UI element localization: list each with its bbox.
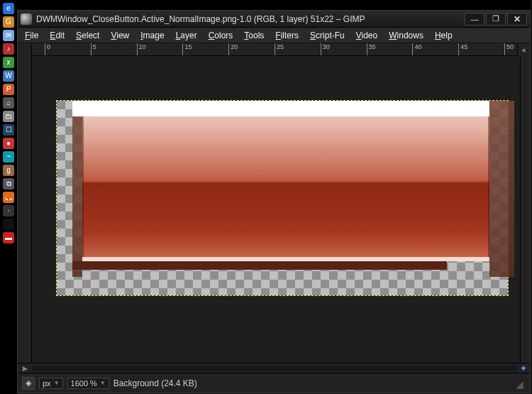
menu-video[interactable]: Video xyxy=(350,29,383,42)
os-app-icon[interactable]: 🗀 xyxy=(3,111,14,122)
ruler-tick: 30 xyxy=(321,43,330,55)
os-app-icon[interactable]: e xyxy=(3,3,14,14)
ruler-tick: 5 xyxy=(91,43,96,55)
os-app-icon[interactable]: P xyxy=(3,84,14,95)
workarea xyxy=(18,56,530,363)
os-app-icon[interactable]: x xyxy=(3,57,14,68)
os-app-icon[interactable]: G xyxy=(3,16,14,28)
horizontal-scrollbar[interactable]: ▶ ✦ xyxy=(18,363,530,373)
ruler-row: 05101520253035404550 « xyxy=(18,43,530,56)
zoom-label: 1600 % xyxy=(71,379,97,388)
canvas-boundary xyxy=(56,100,509,296)
ruler-tick: 45 xyxy=(458,43,467,55)
menu-select[interactable]: Select xyxy=(70,29,105,42)
horizontal-ruler[interactable]: 05101520253035404550 xyxy=(32,43,517,55)
menu-edit[interactable]: Edit xyxy=(44,29,70,42)
os-app-icon[interactable] xyxy=(3,219,14,230)
scroll-arrow-icon[interactable]: ▶ xyxy=(18,363,32,373)
menu-help[interactable]: Help xyxy=(429,29,458,42)
minimize-button[interactable]: — xyxy=(465,13,484,26)
ruler-tick: 15 xyxy=(182,43,192,55)
menu-layer[interactable]: Layer xyxy=(170,29,203,42)
os-app-icon[interactable]: W xyxy=(3,70,14,82)
gimp-window: DWMWindow_CloseButton.Active_NormalImage… xyxy=(17,10,531,393)
resize-grip-icon[interactable]: ◢ xyxy=(516,378,526,388)
close-button[interactable]: ✕ xyxy=(507,13,527,26)
ruler-tick: 20 xyxy=(228,43,238,55)
menu-file[interactable]: File xyxy=(19,29,44,42)
ruler-nav-toggle[interactable]: « xyxy=(517,43,530,56)
window-title: DWMWindow_CloseButton.Active_NormalImage… xyxy=(36,14,463,24)
ruler-tick: 50 xyxy=(504,43,514,55)
unit-combo[interactable]: px ▼ xyxy=(39,378,63,389)
os-app-icon[interactable]: ▬ xyxy=(3,232,14,243)
menu-colors[interactable]: Colors xyxy=(203,29,239,42)
chevron-down-icon: ▼ xyxy=(54,380,60,386)
image-content xyxy=(72,101,489,277)
menu-image[interactable]: Image xyxy=(135,29,170,42)
unit-label: px xyxy=(43,379,51,388)
titlebar[interactable]: DWMWindow_CloseButton.Active_NormalImage… xyxy=(18,11,530,28)
quickmask-toggle-icon[interactable]: ◈ xyxy=(22,377,35,390)
gimp-app-icon xyxy=(21,13,32,25)
os-app-icon[interactable]: ⌂ xyxy=(3,97,14,109)
vertical-scrollbar[interactable] xyxy=(520,56,530,363)
statusbar: ◈ px ▼ 1600 % ▼ Background (24.4 KB) ◢ xyxy=(18,373,530,393)
os-app-icon[interactable]: 🦊 xyxy=(3,192,14,203)
ruler-tick: 10 xyxy=(137,43,146,55)
menu-filters[interactable]: Filters xyxy=(270,29,304,42)
os-app-icon[interactable]: ☐ xyxy=(3,124,14,136)
menu-tools[interactable]: Tools xyxy=(238,29,270,42)
ruler-tick: 40 xyxy=(412,43,421,55)
canvas-viewport[interactable] xyxy=(32,56,520,363)
background-toolbar xyxy=(17,0,531,10)
os-taskbar: eG✉♪xWP⌂🗀☐●~g⧉🦊∙ ▬ xyxy=(0,0,17,394)
os-app-icon[interactable]: ~ xyxy=(3,151,14,163)
menu-windows[interactable]: Windows xyxy=(383,29,429,42)
vertical-ruler[interactable] xyxy=(18,56,32,363)
navigation-icon[interactable]: ✦ xyxy=(517,363,530,373)
os-app-icon[interactable]: ● xyxy=(3,138,14,149)
ruler-tick: 35 xyxy=(367,43,376,55)
menu-view[interactable]: View xyxy=(105,29,135,42)
chevron-down-icon: ▼ xyxy=(100,380,106,386)
active-layer-label: Background (24.4 KB) xyxy=(113,378,511,388)
menubar: FileEditSelectViewImageLayerColorsToolsF… xyxy=(18,28,530,43)
os-app-icon[interactable]: g xyxy=(3,165,14,176)
os-app-icon[interactable]: ♪ xyxy=(3,43,14,55)
scroll-track[interactable] xyxy=(32,366,517,371)
ruler-tick: 25 xyxy=(275,43,284,55)
maximize-button[interactable]: ❐ xyxy=(486,13,506,26)
zoom-combo[interactable]: 1600 % ▼ xyxy=(67,378,109,389)
menu-script-fu[interactable]: Script-Fu xyxy=(304,29,350,42)
ruler-corner xyxy=(18,43,32,56)
os-app-icon[interactable]: ✉ xyxy=(3,30,14,41)
os-app-icon[interactable]: ∙ xyxy=(3,205,14,217)
os-app-icon[interactable]: ⧉ xyxy=(3,178,14,190)
ruler-tick: 0 xyxy=(45,43,50,55)
